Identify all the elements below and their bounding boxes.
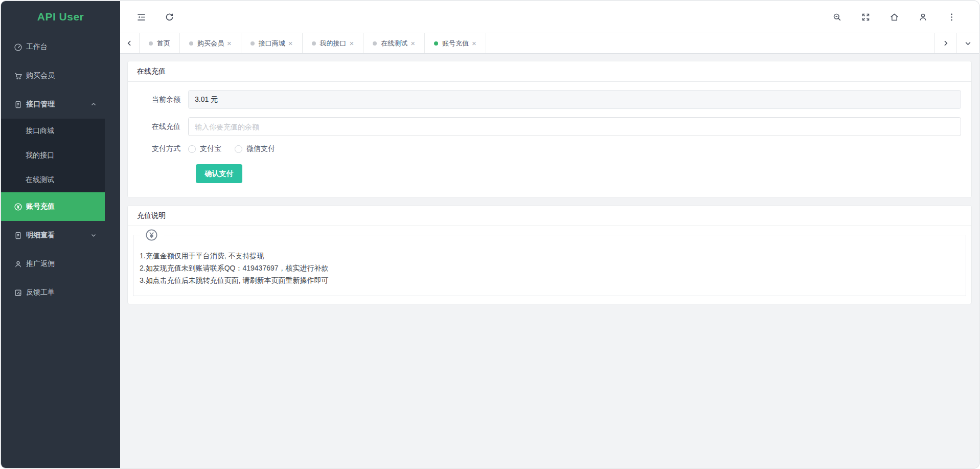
sidebar-item-label: 购买会员 xyxy=(26,71,55,80)
tab-account-recharge[interactable]: 账号充值 × xyxy=(425,33,486,53)
collapse-sidebar-icon[interactable] xyxy=(136,12,146,22)
tab-label: 购买会员 xyxy=(197,39,224,48)
sidebar-item-buy-membership[interactable]: 购买会员 xyxy=(1,61,105,90)
sidebar-item-label: 账号充值 xyxy=(26,202,55,211)
sidebar-item-label: 反馈工单 xyxy=(26,288,55,297)
sidebar-item-workbench[interactable]: 工作台 xyxy=(1,33,105,61)
feedback-icon xyxy=(14,288,22,297)
tab-status-dot xyxy=(373,41,377,46)
card-title: 充值说明 xyxy=(128,206,971,226)
user-icon xyxy=(14,260,22,269)
sidebar-item-label: 明细查看 xyxy=(26,231,55,240)
sidebar-item-detail-view[interactable]: 明细查看 xyxy=(1,221,105,250)
notes-box: 1.充值金额仅用于平台消费, 不支持提现 2.如发现充值未到账请联系QQ：419… xyxy=(133,235,966,296)
sidebar-item-my-apis[interactable]: 我的接口 xyxy=(1,143,105,168)
tab-label: 在线测试 xyxy=(381,39,407,48)
tab-status-dot xyxy=(149,41,153,46)
tab-api-mall[interactable]: 接口商城 × xyxy=(241,33,303,53)
recharge-notes-card: 充值说明 1.充值金额仅用于平台消费, 不支持提现 2.如发现充值未到账请联系Q… xyxy=(127,205,972,304)
recharge-amount-row: 在线充值 xyxy=(128,117,961,136)
document-icon xyxy=(14,231,22,240)
note-line: 3.如点击充值后未跳转充值页面, 请刷新本页面重新操作即可 xyxy=(140,274,955,286)
tab-buy-membership[interactable]: 购买会员 × xyxy=(180,33,241,53)
balance-field xyxy=(188,90,961,109)
chevron-right-icon xyxy=(942,40,949,47)
tab-close-icon[interactable]: × xyxy=(288,39,293,47)
card-title: 在线充值 xyxy=(128,61,971,82)
tabs-scroll-right-button[interactable] xyxy=(934,33,956,53)
sidebar-item-label: 推广返佣 xyxy=(26,259,55,269)
open-tabs: 首页 购买会员 × 接口商城 × 我的接口 × xyxy=(140,33,486,53)
page-content: 在线充值 当前余额 在线充值 支付方式 xyxy=(120,54,979,468)
sidebar-item-referral-commission[interactable]: 推广返佣 xyxy=(1,250,105,278)
tab-label: 接口商城 xyxy=(259,39,285,48)
main-area: 首页 购买会员 × 接口商城 × 我的接口 × xyxy=(120,1,979,468)
recharge-amount-label: 在线充值 xyxy=(128,122,188,131)
radio-label: 支付宝 xyxy=(200,144,221,153)
sidebar-item-api-mall[interactable]: 接口商城 xyxy=(1,119,105,143)
home-icon[interactable] xyxy=(890,12,899,22)
sidebar-item-api-management[interactable]: 接口管理 xyxy=(1,90,105,119)
radio-circle-icon[interactable] xyxy=(235,145,242,153)
balance-label: 当前余额 xyxy=(128,95,188,104)
radio-circle-icon[interactable] xyxy=(188,145,196,153)
tab-bar: 首页 购买会员 × 接口商城 × 我的接口 × xyxy=(120,33,979,54)
payment-method-label: 支付方式 xyxy=(128,144,188,153)
tab-status-dot xyxy=(189,41,193,46)
sidebar-item-account-recharge[interactable]: 账号充值 xyxy=(1,192,105,221)
tab-close-icon[interactable]: × xyxy=(350,39,354,47)
tabs-scroll-left-button[interactable] xyxy=(120,33,140,53)
fullscreen-icon[interactable] xyxy=(861,12,871,22)
sidebar-item-label: 接口管理 xyxy=(26,100,55,109)
chevron-up-icon xyxy=(90,101,97,107)
alipay-radio[interactable]: 支付宝 xyxy=(188,144,221,153)
yen-coin-icon xyxy=(140,228,164,242)
sidebar-item-online-test[interactable]: 在线测试 xyxy=(1,168,105,192)
recharge-form: 当前余额 在线充值 支付方式 支付宝 xyxy=(128,90,971,197)
chevron-down-icon xyxy=(965,40,971,47)
note-line: 2.如发现充值未到账请联系QQ：419437697，核实进行补款 xyxy=(140,262,955,274)
notes-body: 1.充值金额仅用于平台消费, 不支持提现 2.如发现充值未到账请联系QQ：419… xyxy=(128,226,971,304)
user-icon[interactable] xyxy=(918,12,928,22)
search-icon[interactable] xyxy=(832,12,842,22)
tab-label: 账号充值 xyxy=(442,39,469,48)
kebab-menu-icon[interactable] xyxy=(947,12,956,22)
tab-label: 我的接口 xyxy=(320,39,347,48)
chevron-down-icon xyxy=(90,232,97,238)
dashboard-icon xyxy=(14,43,22,52)
sidebar-item-label: 接口商城 xyxy=(26,126,54,136)
balance-row: 当前余额 xyxy=(128,90,961,109)
note-line: 1.充值金额仅用于平台消费, 不支持提现 xyxy=(140,250,955,262)
sidebar-item-label: 在线测试 xyxy=(26,175,54,185)
tab-my-apis[interactable]: 我的接口 × xyxy=(303,33,364,53)
submit-row: 确认支付 xyxy=(128,164,961,183)
sidebar-item-feedback-ticket[interactable]: 反馈工单 xyxy=(1,278,105,307)
app-logo: API User xyxy=(1,1,120,33)
tab-label: 首页 xyxy=(157,39,170,48)
tabs-options-button[interactable] xyxy=(956,33,979,53)
cart-icon xyxy=(14,72,22,80)
tab-status-dot xyxy=(434,41,438,46)
tab-status-dot xyxy=(312,41,316,46)
tab-online-test[interactable]: 在线测试 × xyxy=(363,33,425,53)
wechat-pay-radio[interactable]: 微信支付 xyxy=(235,144,275,153)
sidebar-item-label: 我的接口 xyxy=(26,151,54,160)
confirm-pay-button[interactable]: 确认支付 xyxy=(196,164,242,183)
yen-coin-icon xyxy=(14,203,22,211)
sidebar-item-label: 工作台 xyxy=(26,42,48,52)
sidebar: API User 工作台 购买会员 接口管理 xyxy=(1,1,120,468)
online-recharge-card: 在线充值 当前余额 在线充值 支付方式 xyxy=(127,61,972,198)
refresh-icon[interactable] xyxy=(165,12,174,22)
tab-status-dot xyxy=(250,41,255,46)
tab-home[interactable]: 首页 xyxy=(140,33,180,53)
tab-close-icon[interactable]: × xyxy=(227,39,232,47)
tab-close-icon[interactable]: × xyxy=(411,39,415,47)
api-management-submenu: 接口商城 我的接口 在线测试 xyxy=(1,119,105,192)
app-window: API User 工作台 购买会员 接口管理 xyxy=(1,1,979,468)
sidebar-menu: 工作台 购买会员 接口管理 接口商城 xyxy=(1,33,105,307)
recharge-amount-input[interactable] xyxy=(188,117,961,136)
tab-close-icon[interactable]: × xyxy=(472,39,476,47)
top-header xyxy=(120,1,979,33)
payment-options: 支付宝 微信支付 xyxy=(188,144,275,153)
document-icon xyxy=(14,100,22,109)
